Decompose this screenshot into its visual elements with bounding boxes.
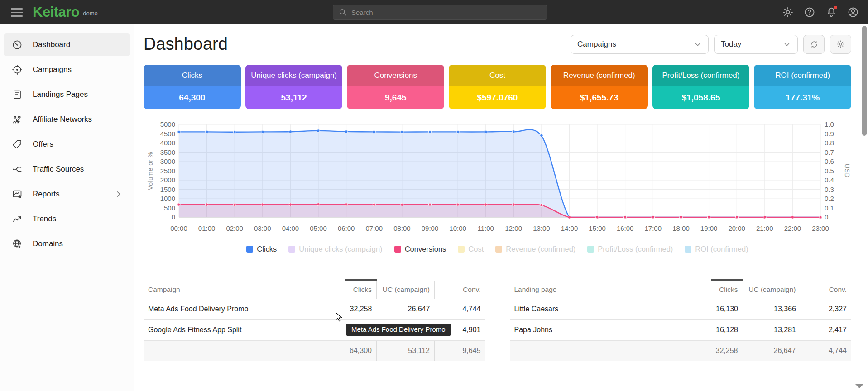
stat-card-title: Clicks (144, 65, 241, 86)
menu-toggle-icon[interactable] (6, 3, 27, 21)
stat-card-clicks: Clicks64,300 (144, 65, 241, 109)
sidebar-item-domains[interactable]: Domains (4, 233, 130, 255)
notification-badge (834, 6, 837, 9)
column-header-conv[interactable]: Conv. (801, 280, 851, 299)
sidebar-item-landings-pages[interactable]: Landings Pages (4, 83, 130, 106)
column-header-conv[interactable]: Conv. (435, 280, 485, 299)
table-row[interactable]: Papa Johns16,12813,2812,417 (510, 319, 852, 340)
sidebar-item-label: Affiliate Networks (33, 115, 92, 124)
row-name-cell[interactable]: Google Ads Fitness App Split (144, 319, 345, 340)
column-header-clicks[interactable]: Clicks (345, 280, 377, 299)
stat-card-value: 53,112 (245, 86, 343, 109)
legend-label: Cost (468, 245, 484, 253)
svg-text:15:00: 15:00 (589, 224, 606, 232)
column-header-uc-campaign[interactable]: UC (campaign) (377, 280, 435, 299)
sidebar-item-campaigns[interactable]: Campaigns (4, 58, 130, 81)
stat-card-title: ROI (confirmed) (754, 65, 851, 86)
sidebar-item-offers[interactable]: Offers (4, 133, 130, 156)
row-name-cell[interactable]: Little Caesars (510, 299, 711, 319)
refresh-button[interactable] (803, 35, 825, 54)
legend-item-roi-confirmed[interactable]: ROI (confirmed) (685, 245, 748, 253)
help-icon[interactable] (803, 5, 816, 19)
legend-item-conversions[interactable]: Conversions (394, 245, 446, 253)
legend-swatch (246, 246, 253, 253)
stat-card-value: $1,655.73 (551, 86, 648, 109)
dashboard-settings-button[interactable] (830, 35, 851, 54)
topbar: Keitaro demo (0, 0, 868, 24)
legend-label: Conversions (405, 245, 446, 253)
column-header-uc-campaign[interactable]: UC (campaign) (743, 280, 801, 299)
legend-swatch (394, 246, 401, 253)
row-value-cell: 4,744 (435, 299, 485, 319)
stat-card-title: Cost (449, 65, 546, 86)
table-row[interactable]: Little Caesars16,13013,3662,327 (510, 299, 852, 319)
totals-cell: 9,645 (435, 340, 485, 361)
column-header-landing-page[interactable]: Landing page (510, 280, 711, 299)
svg-text:23:00: 23:00 (812, 224, 829, 232)
main-content: Dashboard Campaigns Today Clicks64,300Un… (135, 24, 868, 391)
row-value-cell: 16,128 (711, 319, 743, 340)
topbar-icons (781, 0, 860, 24)
totals-cell: 53,112 (377, 340, 435, 361)
stat-card-revenue-confirmed: Revenue (confirmed)$1,655.73 (551, 65, 648, 109)
legend-item-cost[interactable]: Cost (458, 245, 484, 253)
row-name-cell[interactable]: Meta Ads Food Delivery Promo (144, 299, 345, 319)
sidebar-nav: DashboardCampaignsLandings PagesAffiliat… (0, 33, 134, 255)
sidebar-item-dashboard[interactable]: Dashboard (4, 33, 130, 56)
trends-icon (12, 214, 23, 224)
legend-label: Clicks (257, 245, 277, 253)
search-input[interactable] (333, 5, 547, 20)
totals-cell: 4,744 (801, 340, 851, 361)
table-row[interactable]: Meta Ads Food Delivery Promo32,25826,647… (144, 299, 485, 319)
sidebar-item-reports[interactable]: Reports (4, 183, 130, 205)
stat-card-conversions: Conversions9,645 (347, 65, 444, 109)
svg-text:11:00: 11:00 (477, 224, 494, 232)
legend-item-revenue-confirmed[interactable]: Revenue (confirmed) (495, 245, 575, 253)
column-header-clicks[interactable]: Clicks (711, 280, 743, 299)
reports-icon (12, 189, 23, 200)
account-icon[interactable] (846, 5, 860, 19)
svg-text:USD: USD (844, 164, 851, 178)
stat-card-cost: Cost$597.0760 (449, 65, 546, 109)
sidebar-item-affiliate-networks[interactable]: Affiliate Networks (4, 108, 130, 131)
traffic-sources-icon (12, 164, 23, 175)
app-logo[interactable]: Keitaro (33, 4, 79, 20)
chart-legend: ClicksUnique clicks (campaign)Conversion… (144, 245, 851, 253)
row-name-cell[interactable]: Papa Johns (510, 319, 711, 340)
notifications-icon[interactable] (825, 5, 838, 19)
landings-icon (12, 89, 23, 100)
row-value-cell: 13,281 (743, 319, 801, 340)
stat-card-value: $597.0760 (449, 86, 546, 109)
svg-text:3000: 3000 (160, 157, 175, 165)
svg-text:0: 0 (172, 213, 175, 221)
chevron-right-icon (114, 190, 123, 199)
scrollbar-thumb[interactable] (862, 26, 867, 136)
date-range-select[interactable]: Today (714, 35, 798, 54)
legend-swatch (495, 246, 502, 253)
settings-icon[interactable] (781, 5, 795, 19)
env-label: demo (83, 10, 98, 17)
svg-text:0.7: 0.7 (825, 148, 834, 156)
legend-item-clicks[interactable]: Clicks (246, 245, 277, 253)
svg-text:Volume or %: Volume or % (147, 152, 154, 190)
column-header-campaign[interactable]: Campaign (144, 280, 345, 299)
timeseries-chart: 005000.110000.215000.320000.425000.53000… (144, 120, 851, 233)
legend-swatch (288, 246, 295, 253)
legend-item-profit-loss-confirmed[interactable]: Profit/Loss (confirmed) (587, 245, 673, 253)
metric-cards: Clicks64,300Unique clicks (campaign)53,1… (144, 65, 851, 109)
summary-tables: CampaignClicksUC (campaign)Conv.Meta Ads… (144, 279, 851, 361)
campaigns-filter-select[interactable]: Campaigns (571, 35, 709, 54)
refresh-icon (810, 40, 819, 49)
sidebar-item-traffic-sources[interactable]: Traffic Sources (4, 158, 130, 181)
svg-text:1500: 1500 (160, 186, 175, 193)
dashboard-icon (12, 39, 23, 50)
sidebar-item-label: Domains (33, 239, 63, 248)
sidebar-item-trends[interactable]: Trends (4, 208, 130, 230)
row-value-cell: 32,258 (345, 299, 377, 319)
legend-item-unique-clicks-campaign[interactable]: Unique clicks (campaign) (288, 245, 382, 253)
svg-text:0.4: 0.4 (825, 176, 834, 184)
row-value-cell: 2,327 (801, 299, 851, 319)
svg-text:500: 500 (164, 204, 175, 212)
stat-card-title: Revenue (confirmed) (551, 65, 648, 86)
stat-card-value: 9,645 (347, 86, 444, 109)
